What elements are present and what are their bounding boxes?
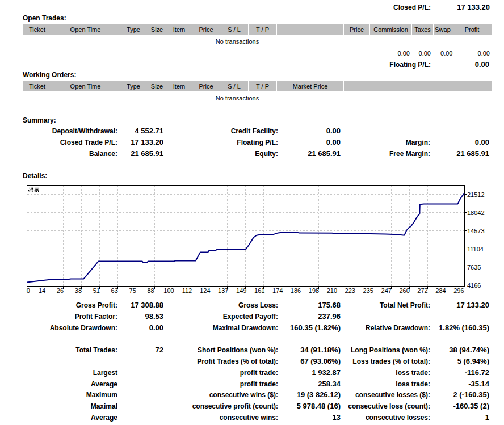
svg-text:100: 100	[163, 287, 174, 294]
svg-text:88: 88	[147, 287, 154, 294]
svg-text:272: 272	[417, 287, 427, 294]
svg-text:26: 26	[57, 287, 64, 294]
svg-text:260: 260	[399, 287, 409, 294]
svg-text:223: 223	[345, 287, 355, 294]
svg-text:14573: 14573	[467, 228, 485, 234]
svg-text:63: 63	[111, 287, 118, 294]
svg-text:284: 284	[435, 287, 446, 294]
svg-text:149: 149	[236, 287, 246, 294]
svg-text:51: 51	[93, 287, 100, 294]
svg-text:296: 296	[453, 287, 464, 294]
svg-text:21512: 21512	[467, 191, 485, 198]
svg-text:4166: 4166	[467, 282, 481, 289]
svg-text:161: 161	[254, 287, 264, 294]
svg-text:174: 174	[272, 287, 283, 294]
svg-text:14: 14	[39, 287, 45, 294]
svg-text:7635: 7635	[467, 264, 481, 271]
svg-text:112: 112	[182, 287, 192, 294]
svg-text:11104: 11104	[467, 246, 484, 253]
svg-text:137: 137	[218, 287, 228, 294]
svg-text:247: 247	[381, 287, 392, 294]
svg-text:124: 124	[200, 287, 210, 294]
svg-text:186: 186	[291, 287, 301, 294]
svg-text:198: 198	[309, 287, 319, 294]
svg-text:75: 75	[129, 287, 136, 294]
svg-text:38: 38	[75, 287, 82, 294]
svg-text:210: 210	[327, 287, 337, 294]
svg-text:0: 0	[27, 287, 30, 294]
svg-text:18042: 18042	[467, 209, 485, 216]
svg-text:235: 235	[363, 287, 373, 294]
